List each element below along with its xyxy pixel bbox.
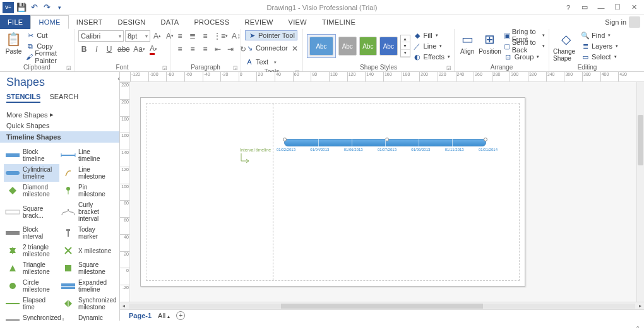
shape-item[interactable]: Block interval [4, 224, 59, 242]
sign-in-link[interactable]: Sign in [605, 18, 626, 26]
shape-item[interactable]: Diamond milestone [4, 182, 59, 199]
shape-item[interactable]: Triangle milestone [4, 259, 59, 277]
fill-button[interactable]: ◆Fill▾ [413, 30, 450, 40]
effects-button[interactable]: ◐Effects▾ [413, 52, 450, 62]
timeline-shapes-category[interactable]: Timeline Shapes [0, 131, 119, 143]
collapse-ribbon-icon[interactable]: ⌃ [635, 325, 640, 332]
timeline-end-handle[interactable] [484, 138, 487, 141]
shape-item[interactable]: Square milestone [59, 259, 115, 277]
tab-review[interactable]: REVIEW [237, 15, 280, 29]
change-case-button[interactable]: Aa▾ [132, 44, 146, 55]
find-button[interactable]: 🔍Find▾ [581, 30, 618, 40]
shape-item[interactable]: Line timeline [59, 146, 115, 164]
pointer-tool-button[interactable]: ➤Pointer Tool [245, 30, 297, 40]
decrease-indent-button[interactable]: ⇤ [212, 44, 224, 55]
italic-button[interactable]: I [91, 44, 102, 55]
position-button[interactable]: ⊞Position [479, 30, 501, 55]
vscroll-thumb[interactable] [638, 115, 643, 165]
more-shapes-button[interactable]: More Shapes▸ [0, 107, 119, 120]
timeline-start-handle[interactable] [283, 138, 287, 141]
line-button[interactable]: ／Line▾ [413, 41, 450, 51]
gallery-up-icon[interactable]: ▲ [401, 35, 410, 42]
shape-item[interactable]: 2 triangle milestone [4, 242, 59, 259]
help-icon[interactable]: ? [561, 2, 576, 13]
align-left-button[interactable]: ≡ [174, 44, 186, 55]
tab-insert[interactable]: INSERT [69, 15, 110, 29]
increase-indent-button[interactable]: ⇥ [225, 44, 236, 55]
align-right-button[interactable]: ≡ [200, 44, 211, 55]
font-color-button[interactable]: A▾ [148, 44, 159, 55]
shape-styles-dialog-icon[interactable]: ◲ [446, 65, 451, 71]
font-size-select[interactable]: 8pt▾ [125, 30, 150, 42]
vertical-scrollbar[interactable] [636, 82, 644, 302]
align-middle-button[interactable]: ≣ [187, 30, 198, 42]
tab-data[interactable]: DATA [153, 15, 187, 29]
hscroll-thumb[interactable] [281, 304, 484, 309]
bullets-button[interactable]: ⋮≡▾ [212, 30, 229, 42]
maximize-icon[interactable]: ☐ [610, 2, 625, 13]
ribbon-options-icon[interactable]: ▭ [577, 2, 592, 13]
grow-font-button[interactable]: A▴ [152, 30, 163, 42]
style-swatch-2[interactable]: Abc [338, 37, 357, 56]
tab-view[interactable]: VIEW [281, 15, 314, 29]
timeline-annotation[interactable]: Interval timeline [240, 148, 271, 165]
shape-item[interactable]: Elapsed time [4, 295, 59, 312]
avatar-icon[interactable] [629, 16, 640, 28]
shape-item[interactable]: Dynamic Connector [59, 312, 115, 321]
shape-item[interactable]: Line milestone [59, 164, 115, 182]
clipboard-dialog-icon[interactable]: ◲ [66, 65, 71, 71]
shape-item[interactable]: Square brack... [4, 199, 59, 224]
add-page-button[interactable]: + [176, 311, 185, 320]
quick-shapes-button[interactable]: Quick Shapes [0, 120, 119, 131]
text-tool-button[interactable]: AText [245, 57, 268, 67]
close-icon[interactable]: ✕ [626, 2, 641, 13]
connector-x-button[interactable]: ✕ [289, 43, 301, 54]
shape-item[interactable]: Expanded timeline [59, 277, 115, 295]
cylindrical-timeline-shape[interactable] [284, 139, 486, 146]
search-tab[interactable]: SEARCH [49, 93, 78, 103]
shape-style-gallery[interactable]: Abc [307, 34, 336, 58]
select-button[interactable]: ▭Select▾ [581, 52, 618, 62]
shape-item[interactable]: Block timeline [4, 146, 59, 164]
font-dialog-icon[interactable]: ◲ [162, 65, 167, 71]
style-swatch-1[interactable]: Abc [309, 37, 333, 56]
group-button[interactable]: ⊡Group▾ [504, 52, 545, 62]
tab-process[interactable]: PROCESS [186, 15, 237, 29]
save-icon[interactable]: 💾 [16, 3, 27, 13]
align-bottom-button[interactable]: ≡ [200, 30, 211, 42]
shape-item[interactable]: X milestone [59, 242, 115, 259]
vertical-guide[interactable] [273, 104, 273, 280]
format-painter-button[interactable]: 🖌Format Painter [26, 52, 70, 62]
change-shape-button[interactable]: ◇Change Shape [553, 30, 578, 62]
gallery-down-icon[interactable]: ▼ [401, 42, 410, 49]
text-more-button[interactable]: ▾ [270, 57, 281, 68]
connector-tool-button[interactable]: ↘Connector [245, 43, 288, 53]
align-button[interactable]: ▭Align [458, 30, 476, 55]
page-tab-all[interactable]: All ▴ [158, 312, 170, 319]
redo-icon[interactable]: ↷ [42, 3, 52, 13]
align-top-button[interactable]: ≡ [174, 30, 186, 42]
undo-icon[interactable]: ↶ [29, 3, 39, 13]
shape-item[interactable]: Circle milestone [4, 277, 59, 295]
hscroll-left-icon[interactable]: ◂ [120, 303, 128, 309]
shape-item[interactable]: Synchronized interval [4, 312, 59, 321]
qat-more-icon[interactable]: ▾ [54, 3, 64, 13]
shape-item[interactable]: Curly bracket interval [59, 199, 115, 224]
font-name-select[interactable]: Calibri▾ [78, 30, 124, 42]
shape-item[interactable]: Synchronized milestone [59, 295, 115, 312]
hscroll-right-icon[interactable]: ▸ [636, 303, 644, 309]
layers-button[interactable]: ≣Layers▾ [581, 41, 618, 51]
page-tab-1[interactable]: Page-1 [129, 312, 152, 319]
horizontal-scrollbar[interactable]: ◂ ▸ [120, 302, 644, 309]
tab-file[interactable]: FILE [0, 15, 30, 29]
drawing-canvas[interactable]: Interval timeline 01/02/201301/04/201301… [130, 82, 636, 302]
shape-item[interactable]: Cylindrical timeline [4, 164, 59, 182]
bold-button[interactable]: B [78, 44, 90, 55]
paste-button[interactable]: 📋 Paste [4, 30, 23, 55]
tab-timeline[interactable]: TIMELINE [314, 15, 363, 29]
stencils-tab[interactable]: STENCILS [6, 93, 40, 103]
cut-button[interactable]: ✂Cut [26, 30, 70, 40]
gallery-more-icon[interactable]: ▾ [401, 50, 410, 57]
paragraph-dialog-icon[interactable]: ◲ [233, 65, 238, 71]
align-center-button[interactable]: ≡ [187, 44, 198, 55]
